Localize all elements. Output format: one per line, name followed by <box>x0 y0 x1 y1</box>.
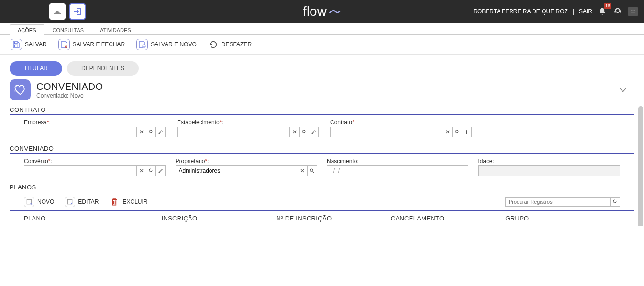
save-close-label: SALVAR E FECHAR <box>73 41 125 48</box>
field-convenio: Convênio*: ✕ <box>24 158 166 176</box>
col-grupo[interactable]: GRUPO <box>505 215 620 222</box>
prop-clear-icon[interactable]: ✕ <box>298 165 308 176</box>
save-new-icon <box>136 39 148 50</box>
undo-button[interactable]: DESFAZER <box>207 38 253 51</box>
table-header: PLANO INSCRIÇÃO Nº DE INSCRIÇÃO CANCELAM… <box>10 211 634 226</box>
svg-point-12 <box>310 169 313 172</box>
empresa-edit-icon[interactable] <box>156 127 166 137</box>
field-estabelecimento: Estabelecimento*: ✕ <box>177 119 321 137</box>
svg-point-1 <box>616 9 620 12</box>
svg-point-5 <box>16 86 17 87</box>
user-link[interactable]: ROBERTA FERREIRA DE QUEIROZ <box>473 8 568 15</box>
col-no-inscricao[interactable]: Nº DE INSCRIÇÃO <box>276 215 391 222</box>
svg-rect-0 <box>54 13 61 14</box>
nascimento-label: Nascimento: <box>327 158 469 165</box>
field-nascimento: Nascimento: <box>327 158 469 176</box>
entity-title: CONVENIADO <box>36 81 103 92</box>
empresa-label: Empresa*: <box>24 119 167 126</box>
field-empresa: Empresa*: ✕ <box>24 119 167 137</box>
proprietario-input[interactable] <box>176 165 298 176</box>
excluir-button[interactable]: EXCLUIR <box>109 197 147 207</box>
scrollbar-thumb[interactable] <box>638 106 643 226</box>
field-contrato: Contrato*: ✕ i <box>330 119 474 137</box>
plan-toolbar: NOVO EDITAR EXCLUIR <box>10 192 634 211</box>
editar-button[interactable]: EDITAR <box>65 197 99 207</box>
topbar: flow ROBERTA FERREIRA DE QUEIROZ | SAIR … <box>0 0 644 23</box>
novo-button[interactable]: NOVO <box>24 197 54 207</box>
svg-rect-3 <box>620 11 621 12</box>
undo-icon <box>208 39 219 50</box>
svg-rect-2 <box>614 11 616 12</box>
save-close-icon <box>58 39 70 50</box>
editar-icon <box>65 197 75 207</box>
home-icon[interactable] <box>49 3 66 20</box>
plan-search <box>505 197 620 207</box>
svg-point-8 <box>149 130 152 133</box>
tab-consultas[interactable]: CONSULTAS <box>44 24 92 35</box>
convenio-search-icon[interactable] <box>146 165 156 176</box>
col-plano[interactable]: PLANO <box>24 215 162 222</box>
novo-icon <box>24 197 34 207</box>
convenio-label: Convênio*: <box>24 158 166 165</box>
idade-input <box>478 165 620 176</box>
col-cancelamento[interactable]: CANCELAMENTO <box>391 215 506 222</box>
empresa-search-icon[interactable] <box>146 127 156 137</box>
enter-icon[interactable] <box>69 3 86 20</box>
save-close-button[interactable]: SALVAR E FECHAR <box>57 38 126 51</box>
save-new-button[interactable]: SALVAR E NOVO <box>135 38 198 51</box>
logo-wave-icon <box>329 7 341 16</box>
editar-label: EDITAR <box>78 198 99 205</box>
save-label: SALVAR <box>25 41 47 48</box>
empresa-input[interactable] <box>24 127 137 137</box>
svg-point-6 <box>23 86 24 87</box>
convenio-clear-icon[interactable]: ✕ <box>137 165 146 176</box>
contrato-input[interactable] <box>330 127 443 137</box>
idade-label: Idade: <box>478 158 621 165</box>
empresa-clear-icon[interactable]: ✕ <box>137 127 146 137</box>
contrato-row: Empresa*: ✕ Estabelecimento*: ✕ Contrato… <box>10 119 634 142</box>
estab-clear-icon[interactable]: ✕ <box>290 127 300 137</box>
plan-search-input[interactable] <box>505 197 611 207</box>
pill-titular[interactable]: TITULAR <box>10 61 62 76</box>
section-planos: PLANOS <box>10 184 634 192</box>
estabelecimento-label: Estabelecimento*: <box>177 119 321 126</box>
entity-titles: CONVENIADO Conveniado: Novo <box>36 81 103 99</box>
action-toolbar: SALVAR SALVAR E FECHAR SALVAR E NOVO DES… <box>0 35 644 55</box>
save-new-label: SALVAR E NOVO <box>151 41 197 48</box>
svg-point-10 <box>455 130 458 133</box>
section-contrato: CONTRATO <box>10 106 634 115</box>
conveniado-row: Convênio*: ✕ Proprietário*: ✕ Nascimento… <box>10 158 634 181</box>
contrato-label: Contrato*: <box>330 119 474 126</box>
pill-dependentes[interactable]: DEPENDENTES <box>67 61 139 76</box>
contrato-info-icon[interactable]: i <box>462 127 472 137</box>
estabelecimento-input[interactable] <box>177 127 290 137</box>
content-area: CONTRATO Empresa*: ✕ Estabelecimento*: ✕… <box>0 106 644 226</box>
logout-link[interactable]: SAIR <box>579 8 592 15</box>
support-icon[interactable] <box>612 6 623 17</box>
chevron-down-icon[interactable] <box>616 83 630 97</box>
tab-atividades[interactable]: ATIVIDADES <box>92 24 139 35</box>
tab-acoes[interactable]: AÇÕES <box>10 24 44 35</box>
topbar-right: ROBERTA FERREIRA DE QUEIROZ | SAIR 16 <box>473 6 638 17</box>
prop-search-icon[interactable] <box>308 165 317 176</box>
estab-search-icon[interactable] <box>300 127 309 137</box>
col-inscricao[interactable]: INSCRIÇÃO <box>162 215 277 222</box>
undo-label: DESFAZER <box>222 41 252 48</box>
bell-icon[interactable]: 16 <box>597 6 608 17</box>
convenio-edit-icon[interactable] <box>156 165 166 176</box>
contrato-clear-icon[interactable]: ✕ <box>443 127 453 137</box>
plan-search-icon[interactable] <box>611 197 620 207</box>
entity-subtitle: Conveniado: Novo <box>36 92 103 99</box>
logo-text: flow <box>303 4 327 19</box>
svg-point-9 <box>302 130 305 133</box>
convenio-input[interactable] <box>24 165 137 176</box>
save-button[interactable]: SALVAR <box>10 38 48 51</box>
pill-tabs: TITULAR DEPENDENTES <box>0 55 644 79</box>
entity-icon <box>10 79 31 100</box>
estab-edit-icon[interactable] <box>309 127 319 137</box>
trash-icon <box>109 197 120 207</box>
contrato-search-icon[interactable] <box>453 127 462 137</box>
inbox-icon[interactable] <box>628 7 638 16</box>
nascimento-input[interactable] <box>327 165 468 176</box>
topbar-left <box>49 3 86 20</box>
